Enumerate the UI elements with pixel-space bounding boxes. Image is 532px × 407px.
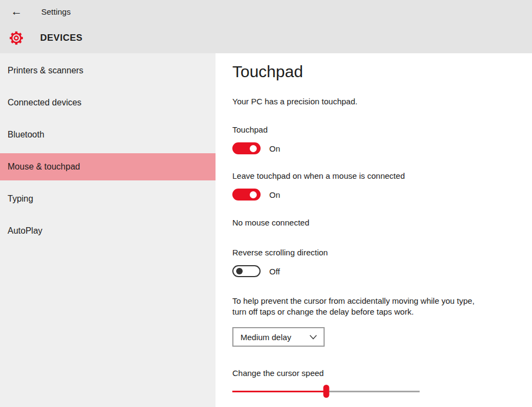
sidebar-item-label: Printers & scanners xyxy=(8,66,84,76)
reverse-scrolling-toggle[interactable] xyxy=(232,265,261,277)
sidebar: Printers & scanners Connected devices Bl… xyxy=(0,53,216,407)
header-band: ← Settings xyxy=(0,0,532,53)
leave-on-toggle[interactable] xyxy=(232,189,261,201)
settings-window: ← Settings xyxy=(0,0,532,407)
tap-delay-dropdown-value: Medium delay xyxy=(240,333,291,342)
leave-on-toggle-row: On xyxy=(232,189,532,201)
sidebar-item-label: Connected devices xyxy=(8,98,81,108)
back-icon[interactable]: ← xyxy=(11,5,27,18)
sidebar-item-typing[interactable]: Typing xyxy=(0,185,216,212)
tap-delay-dropdown[interactable]: Medium delay xyxy=(232,327,325,347)
gear-icon xyxy=(9,30,24,46)
sidebar-item-connected-devices[interactable]: Connected devices xyxy=(0,89,216,116)
toggle-knob xyxy=(250,145,257,152)
chevron-down-icon xyxy=(309,332,317,342)
touchpad-toggle-state: On xyxy=(269,144,280,153)
sidebar-item-label: Mouse & touchpad xyxy=(8,162,80,172)
slider-thumb[interactable] xyxy=(323,385,329,398)
sidebar-item-label: Bluetooth xyxy=(8,130,45,140)
sidebar-item-label: AutoPlay xyxy=(8,226,42,236)
toggle-knob xyxy=(250,191,257,198)
cursor-speed-label: Change the cursor speed xyxy=(232,368,532,378)
slider-track-fill xyxy=(232,391,326,392)
touchpad-toggle-row: On xyxy=(232,142,532,154)
sidebar-item-autoplay[interactable]: AutoPlay xyxy=(0,217,216,245)
sidebar-item-bluetooth[interactable]: Bluetooth xyxy=(0,121,216,148)
touchpad-panel: Touchpad Your PC has a precision touchpa… xyxy=(216,53,532,407)
sidebar-item-printers-scanners[interactable]: Printers & scanners xyxy=(0,57,216,84)
cursor-speed-slider[interactable] xyxy=(232,384,420,398)
touchpad-toggle-label: Touchpad xyxy=(232,125,532,134)
page-title-row: DEVICES xyxy=(0,23,532,53)
touchpad-toggle[interactable] xyxy=(232,142,261,154)
page-title: DEVICES xyxy=(40,33,83,43)
titlebar: ← Settings xyxy=(0,0,532,23)
section-title: Touchpad xyxy=(232,61,532,83)
reverse-scrolling-toggle-state: Off xyxy=(269,267,280,276)
sidebar-item-label: Typing xyxy=(8,194,33,204)
app-title: Settings xyxy=(41,7,71,16)
reverse-scrolling-toggle-row: Off xyxy=(232,265,532,277)
no-mouse-connected-text: No mouse connected xyxy=(232,218,532,227)
precision-touchpad-text: Your PC has a precision touchpad. xyxy=(232,97,532,106)
reverse-scrolling-toggle-label: Reverse scrolling direction xyxy=(232,248,532,257)
leave-on-toggle-label: Leave touchpad on when a mouse is connec… xyxy=(232,171,532,180)
leave-on-toggle-state: On xyxy=(269,190,280,199)
taps-delay-help-text: To help prevent the cursor from accident… xyxy=(232,296,487,317)
toggle-knob xyxy=(236,268,243,274)
sidebar-item-mouse-touchpad[interactable]: Mouse & touchpad xyxy=(0,153,216,180)
